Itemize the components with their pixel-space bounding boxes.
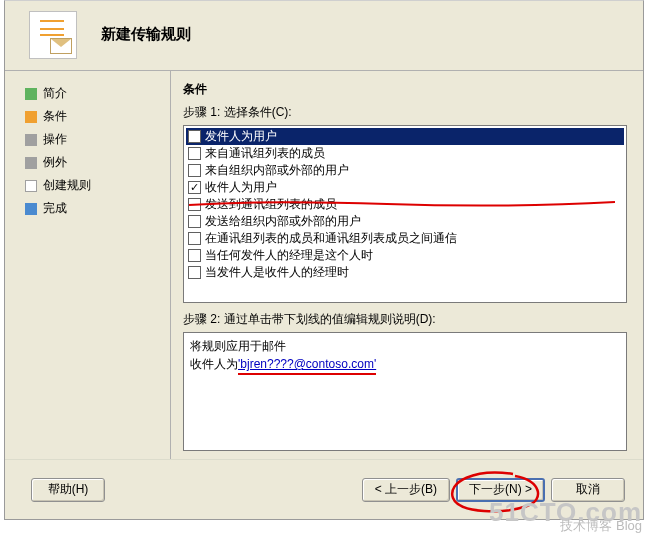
condition-row[interactable]: 当任何发件人的经理是这个人时 xyxy=(186,247,624,264)
help-button[interactable]: 帮助(H) xyxy=(31,478,105,502)
sidebar-item-actions[interactable]: 操作 xyxy=(25,131,160,148)
condition-checkbox[interactable] xyxy=(188,249,201,262)
condition-row[interactable]: 在通讯组列表的成员和通讯组列表成员之间通信 xyxy=(186,230,624,247)
recipient-link[interactable]: 'bjren????@contoso.com' xyxy=(238,357,376,371)
conditions-listbox[interactable]: 发件人为用户 来自通讯组列表的成员 来自组织内部或外部的用户 收件人为用户 xyxy=(183,125,627,303)
sidebar-item-create-rule[interactable]: 创建规则 xyxy=(25,177,160,194)
sidebar-item-label: 简介 xyxy=(43,85,67,102)
condition-label: 发送到通讯组列表的成员 xyxy=(205,196,337,213)
condition-checkbox[interactable] xyxy=(188,198,201,211)
step-status-icon xyxy=(25,180,37,192)
body: 简介 条件 操作 例外 创建规则 完成 条 xyxy=(5,71,643,459)
step-status-icon xyxy=(25,134,37,146)
condition-row[interactable]: 发件人为用户 xyxy=(186,128,624,145)
rule-description-editbox[interactable]: 将规则应用于邮件 收件人为'bjren????@contoso.com' xyxy=(183,332,627,451)
condition-checkbox[interactable] xyxy=(188,164,201,177)
sidebar-item-label: 完成 xyxy=(43,200,67,217)
sidebar-item-exceptions[interactable]: 例外 xyxy=(25,154,160,171)
conditions-listbox-wrap: 发件人为用户 来自通讯组列表的成员 来自组织内部或外部的用户 收件人为用户 xyxy=(183,125,627,303)
recipient-prefix: 收件人为 xyxy=(190,357,238,371)
sidebar-item-label: 条件 xyxy=(43,108,67,125)
sidebar-item-label: 创建规则 xyxy=(43,177,91,194)
condition-label: 在通讯组列表的成员和通讯组列表成员之间通信 xyxy=(205,230,457,247)
cancel-button[interactable]: 取消 xyxy=(551,478,625,502)
condition-checkbox[interactable] xyxy=(188,232,201,245)
sidebar-item-complete[interactable]: 完成 xyxy=(25,200,160,217)
condition-checkbox[interactable] xyxy=(188,266,201,279)
step-status-icon xyxy=(25,111,37,123)
condition-label: 发件人为用户 xyxy=(205,128,277,145)
condition-row[interactable]: 来自通讯组列表的成员 xyxy=(186,145,624,162)
condition-row[interactable]: 当发件人是收件人的经理时 xyxy=(186,264,624,281)
condition-label: 来自组织内部或外部的用户 xyxy=(205,162,349,179)
condition-checkbox[interactable] xyxy=(188,147,201,160)
step-status-icon xyxy=(25,157,37,169)
step2-label: 步骤 2: 通过单击带下划线的值编辑规则说明(D): xyxy=(183,311,627,328)
back-button[interactable]: < 上一步(B) xyxy=(362,478,450,502)
rule-text: 将规则应用于邮件 xyxy=(190,337,620,355)
step-status-icon xyxy=(25,203,37,215)
condition-checkbox[interactable] xyxy=(188,215,201,228)
watermark-small: 技术博客 Blog xyxy=(489,519,642,533)
sidebar-item-label: 例外 xyxy=(43,154,67,171)
step-status-icon xyxy=(25,88,37,100)
condition-label: 收件人为用户 xyxy=(205,179,277,196)
header: 新建传输规则 xyxy=(5,1,643,71)
condition-row[interactable]: 发送到通讯组列表的成员 xyxy=(186,196,624,213)
mail-rule-icon xyxy=(29,11,77,59)
wizard-steps-sidebar: 简介 条件 操作 例外 创建规则 完成 xyxy=(5,71,170,459)
condition-row[interactable]: 发送给组织内部或外部的用户 xyxy=(186,213,624,230)
wizard-window: 新建传输规则 简介 条件 操作 例外 创建规则 xyxy=(4,0,644,520)
sidebar-item-conditions[interactable]: 条件 xyxy=(25,108,160,125)
rule-recipient-line: 收件人为'bjren????@contoso.com' xyxy=(190,355,620,373)
window-title: 新建传输规则 xyxy=(101,25,191,44)
condition-label: 来自通讯组列表的成员 xyxy=(205,145,325,162)
footer: 帮助(H) < 上一步(B) 下一步(N) > 取消 xyxy=(5,459,643,519)
step1-label: 步骤 1: 选择条件(C): xyxy=(183,104,627,121)
condition-checkbox[interactable] xyxy=(188,130,201,143)
main-panel: 条件 步骤 1: 选择条件(C): 发件人为用户 来自通讯组列表的成员 来自组织… xyxy=(170,71,643,459)
sidebar-item-label: 操作 xyxy=(43,131,67,148)
condition-label: 当任何发件人的经理是这个人时 xyxy=(205,247,373,264)
sidebar-item-intro[interactable]: 简介 xyxy=(25,85,160,102)
condition-row[interactable]: 收件人为用户 xyxy=(186,179,624,196)
condition-checkbox[interactable] xyxy=(188,181,201,194)
condition-label: 当发件人是收件人的经理时 xyxy=(205,264,349,281)
condition-row[interactable]: 来自组织内部或外部的用户 xyxy=(186,162,624,179)
next-button[interactable]: 下一步(N) > xyxy=(456,478,545,502)
condition-label: 发送给组织内部或外部的用户 xyxy=(205,213,361,230)
section-title: 条件 xyxy=(183,81,627,98)
